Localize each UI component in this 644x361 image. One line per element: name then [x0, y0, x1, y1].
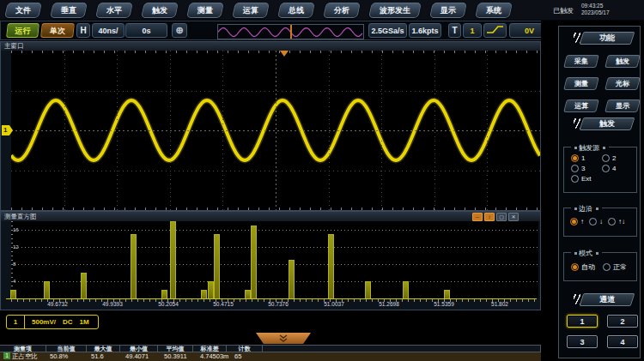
channel1-badge-settings: 500mV/ DC 1M [25, 318, 98, 326]
horizontal-offset-button[interactable]: 0s [125, 23, 167, 38]
radio-source-4[interactable]: 4 [602, 165, 633, 172]
channel-header: 通道 [580, 293, 635, 306]
radio-mode-正常[interactable]: 正常 [603, 262, 627, 272]
run-button[interactable]: 运行 [6, 23, 39, 38]
channel-button-1[interactable]: 1 [567, 315, 598, 328]
menu-item-2[interactable]: 垂直 [50, 3, 88, 18]
radio-icon [570, 218, 578, 226]
sample-rate: 2.5GSa/s [368, 23, 407, 38]
menu-item-10[interactable]: 显示 [429, 3, 467, 18]
waveform-preview[interactable] [217, 24, 364, 39]
rising-edge-icon [486, 24, 504, 35]
table-header-6: 标准差 [192, 345, 227, 352]
measurement-name-label: 正占空比 [12, 352, 38, 360]
function-button-3[interactable]: 测量 [563, 77, 599, 90]
table-collapse-handle[interactable] [256, 333, 311, 344]
function-button-6[interactable]: 显示 [605, 99, 641, 112]
channel-buttons: 1234 [567, 315, 638, 348]
radio-source-1-label: 1 [581, 154, 585, 162]
hist-x-label: 50.2054 [158, 301, 179, 307]
radio-mode-自动-label: 自动 [581, 262, 595, 272]
menu-item-5-label: 测量 [197, 4, 213, 15]
radio-mode-自动[interactable]: 自动 [571, 262, 595, 272]
channel-header-label: 通道 [582, 294, 632, 305]
hist-y-label: 12 [13, 244, 19, 250]
expand-icon[interactable]: ↕ [484, 213, 495, 221]
channel1-badge-number: 1 [7, 316, 25, 328]
hist-bar [245, 290, 251, 298]
menu-item-4[interactable]: 触发 [141, 3, 179, 18]
clock: 09:43:25 2023/05/17 [581, 3, 610, 16]
radio-source-Ext[interactable]: Ext [571, 175, 602, 183]
hist-bar [81, 273, 87, 298]
menu-item-6[interactable]: 运算 [232, 3, 270, 18]
source-badge: 1 [3, 352, 10, 359]
channel-button-4[interactable]: 4 [607, 335, 638, 348]
menu-item-2-label: 垂直 [61, 4, 76, 15]
table-header-3: 最大值 [86, 345, 120, 352]
channel1-coupling: DC [63, 318, 73, 326]
close-icon[interactable]: ✕ [508, 213, 519, 221]
function-button-5[interactable]: 运算 [563, 99, 599, 112]
grid-hline [11, 91, 540, 92]
radio-icon [589, 218, 597, 226]
menu-item-3[interactable]: 水平 [95, 3, 133, 18]
menu-item-1[interactable]: 文件 [4, 3, 42, 18]
single-button-label: 单次 [42, 24, 73, 38]
function-button-1[interactable]: 采集 [563, 55, 599, 68]
measurement-value-4: 50.3911 [161, 352, 197, 361]
function-button-1-label: 采集 [566, 56, 597, 68]
main-window-title: 主窗口 [1, 42, 540, 51]
mode-group: 模式 自动正常 [563, 252, 637, 281]
menu-item-7[interactable]: 总线 [277, 3, 315, 18]
radio-edge-↓[interactable]: ↓ [589, 218, 603, 226]
measurement-name: 1正占空比 [0, 352, 47, 361]
radio-icon [571, 165, 579, 172]
single-button[interactable]: 单次 [40, 23, 75, 38]
trigger-label: T [448, 23, 461, 38]
status-area: 已触发 09:43:25 2023/05/17 [541, 0, 644, 21]
menu-item-5[interactable]: 测量 [186, 3, 224, 18]
maximize-icon[interactable]: ▢ [496, 213, 507, 221]
trigger-source-button[interactable]: 1 [463, 23, 482, 38]
radio-icon [602, 154, 610, 162]
channel-button-3[interactable]: 3 [567, 335, 598, 348]
trigger-status: 已触发 [553, 6, 574, 15]
function-button-4[interactable]: 光标 [605, 77, 641, 90]
trigger-time-marker[interactable] [280, 51, 289, 57]
hist-bar [44, 281, 50, 298]
function-button-6-label: 显示 [607, 100, 638, 112]
radio-source-3-label: 3 [581, 165, 585, 172]
hist-bar [10, 290, 16, 298]
radio-source-1[interactable]: 1 [571, 154, 602, 162]
hist-gridline [11, 264, 538, 265]
memory-depth: 1.6kpts [409, 23, 441, 38]
measurement-table-row[interactable]: 1正占空比50.8%51.649.407150.39114.74503m65 [0, 352, 541, 361]
trigger-source-group: 触发源 1234Ext [563, 147, 637, 193]
trigger-slope-button[interactable] [483, 23, 507, 38]
trigger-position-marker[interactable] [290, 25, 292, 39]
main-window: 主窗口 1 [0, 41, 541, 211]
hist-gridline [11, 247, 538, 248]
chevron-down-icon [277, 334, 289, 342]
menu-item-11[interactable]: 系统 [475, 3, 513, 18]
function-button-4-label: 光标 [607, 78, 638, 90]
channel-button-2[interactable]: 2 [607, 315, 638, 328]
function-button-2[interactable]: 触发 [605, 55, 641, 68]
timebase-button[interactable]: 40ns/ [92, 23, 125, 38]
zoom-icon[interactable]: ⊕ [172, 23, 187, 38]
function-header: 功能 [580, 32, 635, 45]
table-header-filler [262, 345, 541, 352]
menu-item-8[interactable]: 分析 [323, 3, 361, 18]
radio-edge-↑[interactable]: ↑ [570, 218, 584, 226]
hist-left-ticks [11, 221, 13, 298]
hist-gridline [11, 281, 538, 282]
radio-source-3[interactable]: 3 [571, 165, 602, 172]
channel1-badge[interactable]: 1 500mV/ DC 1M [6, 315, 99, 329]
radio-edge-↑-label: ↑ [580, 218, 584, 226]
radio-edge-↑↓[interactable]: ↑↓ [608, 218, 625, 226]
minimize-icon[interactable]: ─ [472, 213, 483, 221]
histogram-window: 测量直方图 ─ ↕ ▢ ✕ 481216 49.673249.939350.20… [0, 211, 541, 310]
menu-item-9[interactable]: 波形发生 [368, 3, 422, 18]
radio-source-2[interactable]: 2 [602, 154, 633, 162]
